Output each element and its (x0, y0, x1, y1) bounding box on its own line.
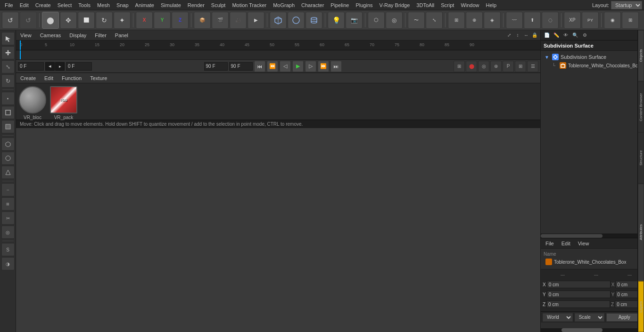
menu-animate[interactable]: Animate (132, 1, 157, 9)
mat-edit-btn[interactable]: Edit (42, 74, 56, 82)
layout-select[interactable]: Startup (611, 1, 642, 9)
floor-btn[interactable]: ⬡ (368, 12, 385, 29)
attr-view-menu[interactable]: View (576, 240, 591, 247)
twist-btn[interactable]: ⤡ (426, 12, 443, 29)
viewport-layout-btn[interactable]: ⊞ (622, 12, 639, 29)
anim-icon-motion[interactable]: ⊛ (490, 61, 502, 72)
anim-icon-record[interactable]: ⬤ (466, 61, 477, 72)
mat-function-btn[interactable]: Function (59, 74, 84, 82)
menu-mesh[interactable]: Mesh (94, 1, 113, 9)
rp-edit-icon[interactable]: ✏️ (552, 31, 561, 40)
menu-simulate[interactable]: Simulate (158, 1, 184, 9)
menu-sculpt[interactable]: Sculpt (208, 1, 229, 9)
rp-search-icon[interactable]: 🔍 (571, 31, 579, 40)
sky-btn[interactable]: ◎ (386, 12, 403, 29)
tool-weld[interactable]: ◎ (1, 226, 15, 239)
python-btn[interactable]: PY (582, 12, 599, 29)
play-first-btn[interactable]: ⏮ (254, 61, 265, 72)
scene-item-toblerone[interactable]: └ Toblerone_White_Chocolates_Bo (543, 61, 642, 70)
material-1-preview[interactable] (19, 86, 46, 113)
coord-z-pos[interactable] (546, 300, 610, 308)
light-btn[interactable]: 💡 (328, 12, 345, 29)
vp-menu-panel[interactable]: Panel (113, 32, 131, 39)
vp-icon-1[interactable]: ⤢ (505, 32, 513, 39)
menu-tools[interactable]: Tools (75, 1, 93, 9)
obj-mode-btn[interactable]: 📦 (194, 12, 211, 29)
vp-menu-display[interactable]: Display (67, 32, 89, 39)
extrude-btn[interactable]: ⬆ (524, 12, 541, 29)
tool-cone[interactable] (1, 166, 15, 179)
tool-move[interactable] (1, 46, 15, 59)
spline-btn[interactable]: 〰 (506, 12, 523, 29)
tool-knife[interactable]: ✂ (1, 211, 15, 225)
poly-mode-btn[interactable]: 🎬 (212, 12, 229, 29)
tool-points[interactable]: • (1, 92, 15, 105)
axis-x-btn[interactable]: X (136, 12, 153, 29)
menu-select[interactable]: Select (55, 1, 75, 9)
vp-icon-lock[interactable]: 🔒 (531, 32, 538, 39)
camera-btn[interactable]: 📷 (346, 12, 363, 29)
world-select[interactable]: World (543, 313, 573, 322)
rp-settings-icon[interactable]: ⚙ (580, 31, 589, 40)
viewport-solo-btn[interactable]: ◉ (604, 12, 621, 29)
menu-render[interactable]: Render (185, 1, 207, 9)
move-btn[interactable]: ✥ (60, 12, 77, 29)
menu-mograph[interactable]: MoGraph (270, 1, 297, 9)
menu-edit[interactable]: Edit (17, 1, 32, 9)
vp-menu-cameras[interactable]: Cameras (38, 32, 64, 39)
scene-item-subdivision[interactable]: ▼ Subdivision Surface (543, 53, 642, 61)
anim-icon-settings[interactable]: ☰ (527, 61, 538, 72)
anim-icon-grid[interactable]: ⊞ (515, 61, 526, 72)
play-next-btn[interactable]: ⏩ (318, 61, 329, 72)
vtab-attributes[interactable]: Attributes (638, 184, 644, 281)
play-prev-frame-btn[interactable]: ◁ (280, 61, 291, 72)
frame-end-field2[interactable]: 90 F (229, 62, 253, 71)
frame-label-field[interactable]: 0 F (66, 62, 92, 71)
attr-file-menu[interactable]: File (544, 240, 556, 247)
play-fwd-btn[interactable]: ▶ (292, 61, 304, 72)
instance-btn[interactable]: ◈ (484, 12, 501, 29)
connect-btn[interactable]: ⊞ (448, 12, 465, 29)
scene-hscroll-thumb[interactable] (541, 234, 603, 238)
tool-paint[interactable]: S (1, 243, 15, 256)
play-last-btn[interactable]: ⏭ (330, 61, 342, 72)
tool-polygons[interactable] (1, 120, 15, 133)
vp-menu-filter[interactable]: Filter (92, 32, 108, 39)
cube-btn[interactable] (270, 12, 287, 29)
anim-icon-preview[interactable]: P (503, 61, 514, 72)
frame-end-field1[interactable]: 90 F (204, 62, 228, 71)
anim-icon-auto[interactable]: ◎ (478, 61, 489, 72)
viewport[interactable]: View Cameras Display Filter Panel ⤢ ↕ ↔ … (16, 30, 540, 332)
axis-z-btn[interactable]: Z (172, 12, 189, 29)
boole-btn[interactable]: ⊕ (466, 12, 483, 29)
vp-icon-3[interactable]: ↔ (522, 32, 530, 39)
tool-edges[interactable] (1, 106, 15, 119)
cylinder-btn[interactable] (305, 12, 322, 29)
vtab-content-browser[interactable]: Content Browser (638, 81, 644, 133)
tool-mirror[interactable]: ↔ (1, 183, 15, 196)
menu-motion-tracker[interactable]: Motion Tracker (229, 1, 269, 9)
mat-create-btn[interactable]: Create (18, 74, 38, 82)
rp-view-icon[interactable]: 👁 (561, 31, 570, 40)
vp-icon-2[interactable]: ↕ (514, 32, 521, 39)
frame-decrease-btn[interactable]: ◂ (45, 62, 55, 71)
play-next-frame-btn[interactable]: ▷ (305, 61, 316, 72)
menu-plugins[interactable]: Plugins (353, 1, 375, 9)
menu-snap[interactable]: Snap (114, 1, 132, 9)
undo-btn[interactable]: ↺ (2, 12, 19, 29)
vp-menu-view[interactable]: View (18, 32, 34, 39)
apply-button[interactable]: Apply (606, 313, 642, 322)
menu-create[interactable]: Create (33, 1, 54, 9)
vtab-structure[interactable]: Structure (638, 132, 644, 184)
tool-sphere[interactable] (1, 152, 15, 165)
scene-hscroll[interactable] (541, 234, 644, 238)
bend-btn[interactable]: 〜 (408, 12, 425, 29)
attr-edit-menu[interactable]: Edit (560, 240, 572, 247)
redo-btn[interactable]: ↺ (20, 12, 37, 29)
menu-window[interactable]: Window (458, 1, 482, 9)
frame-increase-btn[interactable]: ▸ (55, 62, 65, 71)
tool-scale[interactable]: ⤡ (1, 60, 15, 73)
coord-x-pos[interactable] (547, 281, 611, 288)
anim-icon-keyframe[interactable]: ⊞ (454, 61, 465, 72)
render-region-btn[interactable]: ▶ (248, 12, 264, 29)
